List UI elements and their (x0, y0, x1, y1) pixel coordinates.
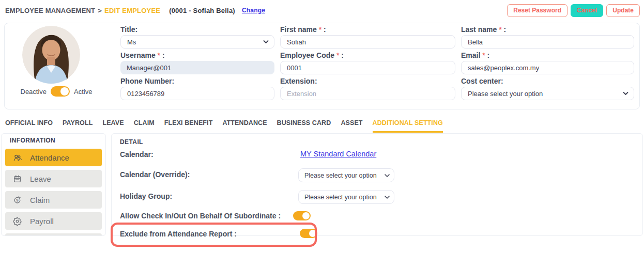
tab-attendance[interactable]: ATTENDANCE (222, 119, 267, 133)
employee-code-input[interactable] (280, 61, 455, 74)
extension-field: Extension: (280, 77, 455, 100)
username-field: Username * : (120, 51, 274, 74)
tab-claim[interactable]: CLAIM (134, 119, 155, 133)
extension-label: Extension: (280, 77, 455, 85)
email-field: Email * : (461, 51, 634, 74)
header-actions: Reset Password Cancel Update (507, 4, 640, 17)
employee-code-label: Employee Code * : (280, 51, 455, 59)
tab-asset[interactable]: ASSET (341, 119, 362, 133)
additional-setting-detail-panel: DETAIL Calendar: MY Standard Calendar Ca… (111, 133, 643, 236)
calendar-icon (13, 175, 22, 183)
allow-checkinout-label: Allow Check In/Out On Behalf Of Subordin… (120, 212, 281, 220)
sidebar-item-payroll[interactable]: Payroll (5, 212, 102, 230)
deactive-label: Deactive (21, 88, 47, 96)
cost-center-select[interactable]: Please select your option (461, 87, 634, 100)
sidebar-item-label: Payroll (30, 217, 54, 226)
toggle-knob (60, 87, 69, 96)
title-label: Title: (120, 25, 274, 34)
toggle-knob (309, 230, 316, 237)
cost-center-label: Cost center: (461, 77, 634, 85)
sidebar-item-next-partial[interactable] (5, 233, 102, 236)
sidebar-item-label: Leave (30, 175, 51, 183)
tab-additional-setting[interactable]: ADDITIONAL SETTING (373, 119, 443, 133)
phone-input[interactable] (120, 87, 274, 100)
breadcrumb-employee-management[interactable]: EMPLOYEE MANAGEMENT (5, 7, 95, 14)
title-select[interactable]: Ms (120, 35, 274, 49)
tab-flexi-benefit[interactable]: FLEXI BENEFIT (164, 119, 213, 133)
title-field: Title: Ms (120, 25, 274, 49)
calendar-override-select[interactable]: Please select your option (298, 168, 394, 182)
extension-input[interactable] (280, 87, 455, 100)
first-name-label: First name * : (280, 25, 455, 34)
chevron-down-icon (385, 174, 390, 177)
phone-label: Phone Number: (120, 77, 274, 85)
calendar-link[interactable]: MY Standard Calendar (300, 150, 376, 158)
sidebar-item-label: Attendance (30, 153, 69, 162)
last-name-field: Last name * : (461, 25, 634, 49)
holiday-group-select[interactable]: Please select your option (298, 190, 394, 204)
chevron-down-icon (623, 92, 628, 96)
calendar-label: Calendar: (120, 150, 154, 159)
employee-ref: (0001 - Sofiah Bella) (169, 7, 235, 14)
email-label: Email * : (461, 51, 634, 59)
cost-center-field: Cost center: Please select your option (461, 77, 634, 100)
last-name-input[interactable] (461, 35, 634, 49)
holiday-group-label: Holiday Group: (120, 192, 172, 200)
gear-icon (13, 217, 22, 226)
tab-official-info[interactable]: OFFICIAL INFO (5, 119, 53, 133)
breadcrumb: EMPLOYEE MANAGEMENT > EDIT EMPLOYEE (000… (5, 7, 265, 14)
first-name-field: First name * : (280, 25, 455, 49)
edit-employee-page: EMPLOYEE MANAGEMENT > EDIT EMPLOYEE (000… (0, 0, 644, 253)
top-bar: EMPLOYEE MANAGEMENT > EDIT EMPLOYEE (000… (5, 3, 640, 18)
phone-field: Phone Number: (120, 77, 274, 100)
active-label: Active (74, 88, 92, 96)
sidebar-item-label: Claim (30, 196, 50, 204)
employee-code-field: Employee Code * : (280, 51, 455, 74)
change-employee-link[interactable]: Change (242, 7, 265, 14)
username-input (120, 61, 274, 74)
tab-leave[interactable]: LEAVE (102, 119, 124, 133)
breadcrumb-edit-employee: EDIT EMPLOYEE (104, 7, 160, 14)
detail-title: DETAIL (120, 138, 143, 146)
allow-checkinout-toggle[interactable] (293, 211, 311, 220)
information-sidebar: INFORMATION Attendance Leave (1, 133, 106, 236)
chevron-down-icon (263, 40, 269, 44)
cancel-button[interactable]: Cancel (571, 4, 603, 17)
breadcrumb-separator: > (98, 7, 102, 14)
last-name-label: Last name * : (461, 25, 634, 34)
username-label: Username * : (120, 51, 274, 59)
sidebar-title: INFORMATION (10, 137, 102, 144)
calendar-override-label: Calendar (Override): (120, 170, 190, 179)
chevron-down-icon (385, 196, 390, 199)
employee-profile-card: Deactive Active Title: Ms First name * :… (4, 23, 640, 109)
exclude-attendance-label: Exclude from Attendance Report : (120, 230, 237, 238)
employee-form: Title: Ms First name * : Last name * : U… (120, 25, 634, 100)
tab-business-card[interactable]: BUSINESS CARD (277, 119, 331, 133)
toggle-knob (302, 212, 310, 219)
active-status-toggle[interactable] (51, 86, 70, 97)
sidebar-item-claim[interactable]: $ Claim (5, 191, 102, 209)
reset-password-button[interactable]: Reset Password (507, 4, 568, 17)
svg-text:$: $ (16, 198, 19, 202)
first-name-input[interactable] (280, 35, 455, 49)
employee-tabs: OFFICIAL INFO PAYROLL LEAVE CLAIM FLEXI … (5, 119, 443, 133)
people-icon (13, 153, 22, 162)
money-refresh-icon: $ (13, 196, 22, 204)
tab-payroll[interactable]: PAYROLL (63, 119, 93, 133)
exclude-attendance-toggle[interactable] (300, 229, 317, 238)
email-input[interactable] (461, 61, 634, 74)
sidebar-item-attendance[interactable]: Attendance (5, 149, 102, 166)
update-button[interactable]: Update (606, 4, 640, 17)
sidebar-item-leave[interactable]: Leave (5, 170, 102, 187)
active-status-row: Deactive Active (13, 86, 100, 97)
employee-avatar (22, 26, 80, 84)
